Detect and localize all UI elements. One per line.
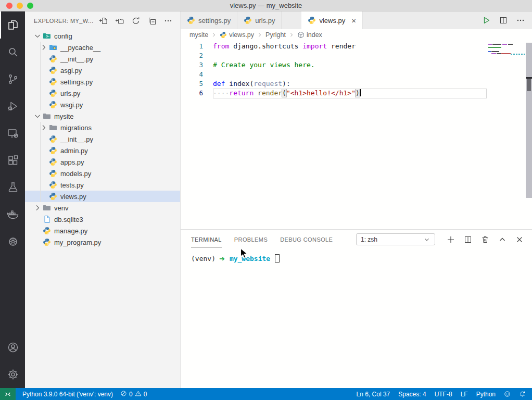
breadcrumb-item-index[interactable]: index: [297, 31, 322, 39]
tree-item-label: tests.py: [60, 181, 84, 189]
cwd-label: my_website: [230, 255, 270, 262]
split-terminal-icon[interactable]: [464, 235, 472, 244]
tree-item-views-py[interactable]: views.py: [25, 191, 180, 202]
zoom-button[interactable]: [27, 3, 33, 9]
tree-item-manage-py[interactable]: manage.py: [25, 225, 180, 236]
problems-status[interactable]: 0 0: [120, 390, 147, 398]
tree-item-init-py[interactable]: __init__.py: [25, 53, 180, 65]
activity-account-icon[interactable]: [0, 334, 25, 361]
maximize-panel-icon[interactable]: [498, 235, 506, 244]
tree-item-settings-py[interactable]: settings.py: [25, 76, 180, 88]
code-editor[interactable]: 1from django.shortcuts import render23# …: [181, 41, 532, 229]
new-file-icon[interactable]: [99, 17, 108, 25]
status-language-mode[interactable]: Python: [476, 391, 496, 398]
python-interpreter[interactable]: Python 3.9.0 64-bit ('venv': venv): [22, 391, 113, 398]
code-token: ): [356, 89, 360, 97]
status-notifications[interactable]: [519, 391, 526, 397]
minimap-segment: [488, 44, 492, 45]
activity-remote-explorer-icon[interactable]: [0, 120, 25, 147]
tree-item-init-py[interactable]: __init__.py: [25, 133, 180, 145]
new-terminal-icon[interactable]: [447, 235, 455, 244]
run-python-file-icon[interactable]: [482, 16, 490, 24]
status-cursor-position[interactable]: Ln 6, Col 37: [357, 391, 390, 398]
breadcrumb-item-mysite[interactable]: mysite: [189, 31, 208, 39]
python-file-icon: [49, 169, 57, 178]
tree-item-admin-py[interactable]: admin.py: [25, 145, 180, 156]
breadcrumb-item-pyright[interactable]: Pyright: [265, 31, 286, 39]
status-encoding[interactable]: UTF-8: [435, 391, 452, 398]
close-panel-icon[interactable]: [515, 235, 524, 244]
tree-item-tests-py[interactable]: tests.py: [25, 179, 180, 191]
python-file-icon: [49, 89, 57, 97]
tree-item-label: my_program.py: [54, 239, 101, 246]
activity-docker-icon[interactable]: [0, 201, 25, 228]
tab-views-py[interactable]: views.py×: [301, 11, 363, 29]
breadcrumb-item-views-py[interactable]: views.py: [220, 31, 254, 39]
python-file-icon: [49, 66, 57, 74]
scrollbar-thumb[interactable]: [527, 79, 531, 91]
terminal-output[interactable]: (venv) ➜ my_website: [181, 249, 532, 262]
tree-item-urls-py[interactable]: urls.py: [25, 88, 180, 99]
terminal-panel: TERMINALPROBLEMSDEBUG CONSOLE 1: zsh (ve…: [181, 229, 532, 388]
refresh-explorer-icon[interactable]: [132, 17, 140, 25]
terminal-selector[interactable]: 1: zsh: [356, 233, 435, 245]
tree-item-asgi-py[interactable]: asgi.py: [25, 65, 180, 76]
panel-tab-problems[interactable]: PROBLEMS: [234, 231, 268, 247]
minimap-segment: [508, 44, 513, 45]
line-number: 3: [181, 60, 203, 70]
chevron-placeholder: [40, 135, 48, 143]
status-feedback[interactable]: [504, 391, 511, 397]
editor-scrollbar[interactable]: [526, 43, 532, 198]
remote-indicator[interactable]: [0, 388, 16, 400]
chevron-down-icon: [423, 236, 430, 243]
warning-icon: [135, 390, 142, 398]
collapse-folders-icon[interactable]: [148, 17, 156, 25]
code-line: 1from django.shortcuts import render: [181, 42, 532, 51]
tree-item-mysite[interactable]: mysite: [25, 110, 180, 122]
activity-manage-icon[interactable]: [0, 361, 25, 388]
tree-item-label: models.py: [60, 170, 91, 178]
tree-item-apps-py[interactable]: apps.py: [25, 156, 180, 168]
tab-urls-py[interactable]: urls.py: [237, 11, 282, 29]
split-editor-icon[interactable]: [499, 16, 508, 24]
code-line: 6····return render("<h1>hello!</h1>"): [181, 89, 532, 98]
tree-item-venv[interactable]: venv: [25, 202, 180, 214]
editor-tab-bar: settings.pyurls.pyviews.py×: [181, 11, 532, 29]
panel-tab-debug-console[interactable]: DEBUG CONSOLE: [280, 231, 333, 247]
symbol-cube-icon: [297, 31, 305, 39]
activity-testing-icon[interactable]: [0, 174, 25, 201]
chevron-down-icon: [33, 32, 42, 40]
close-tab-icon[interactable]: ×: [351, 17, 356, 24]
status-end-of-line[interactable]: LF: [461, 391, 468, 398]
terminal-selector-value: 1: zsh: [361, 236, 377, 243]
activity-search-icon[interactable]: [0, 39, 25, 66]
tree-item-wsgi-py[interactable]: wsgi.py: [25, 99, 180, 110]
line-number: 2: [181, 51, 203, 60]
tree-item-models-py[interactable]: models.py: [25, 168, 180, 179]
status-indentation[interactable]: Spaces: 4: [398, 391, 426, 398]
minimize-button[interactable]: [17, 3, 23, 9]
more-actions-icon[interactable]: [164, 17, 172, 25]
tab-settings-py[interactable]: settings.py: [181, 11, 237, 29]
more-actions-icon[interactable]: [516, 16, 525, 24]
kill-terminal-icon[interactable]: [481, 235, 489, 244]
activity-python-environments-icon[interactable]: [0, 228, 25, 255]
close-button[interactable]: [6, 3, 12, 9]
activity-extensions-icon[interactable]: [0, 147, 25, 174]
new-folder-icon[interactable]: [116, 17, 124, 25]
tree-item-my-program-py[interactable]: my_program.py: [25, 236, 180, 248]
activity-explorer-icon[interactable]: [0, 11, 25, 39]
tree-item-label: urls.py: [60, 90, 80, 97]
chevron-placeholder: [40, 89, 48, 97]
activity-run-and-debug-icon[interactable]: [0, 93, 25, 120]
minimap[interactable]: [485, 41, 526, 213]
tree-item-db-sqlite3[interactable]: db.sqlite3: [25, 214, 180, 225]
title-bar: views.py — my_website: [0, 0, 532, 11]
activity-source-control-icon[interactable]: [0, 66, 25, 93]
panel-tab-terminal[interactable]: TERMINAL: [191, 231, 222, 247]
tree-item-migrations[interactable]: migrations: [25, 122, 180, 133]
tree-item-pycache[interactable]: __pycache__: [25, 42, 180, 53]
tree-item-config[interactable]: config: [25, 30, 180, 42]
tree-item-label: settings.py: [60, 78, 93, 86]
python-file-icon: [187, 16, 195, 24]
